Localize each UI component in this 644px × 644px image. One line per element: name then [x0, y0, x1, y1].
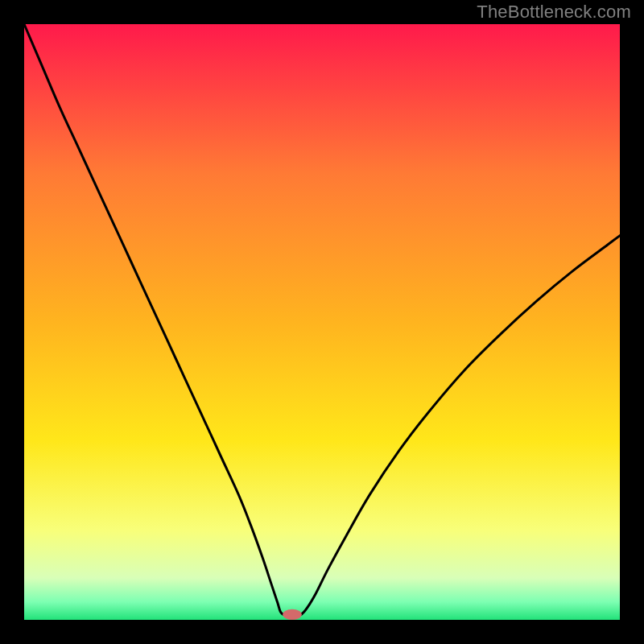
gradient-background	[24, 24, 620, 620]
bottleneck-marker	[283, 609, 302, 620]
chart-frame: TheBottleneck.com	[0, 0, 644, 644]
watermark-text: TheBottleneck.com	[477, 2, 631, 23]
marker-group	[283, 609, 302, 620]
chart-svg	[24, 24, 620, 620]
plot-area	[24, 24, 620, 620]
